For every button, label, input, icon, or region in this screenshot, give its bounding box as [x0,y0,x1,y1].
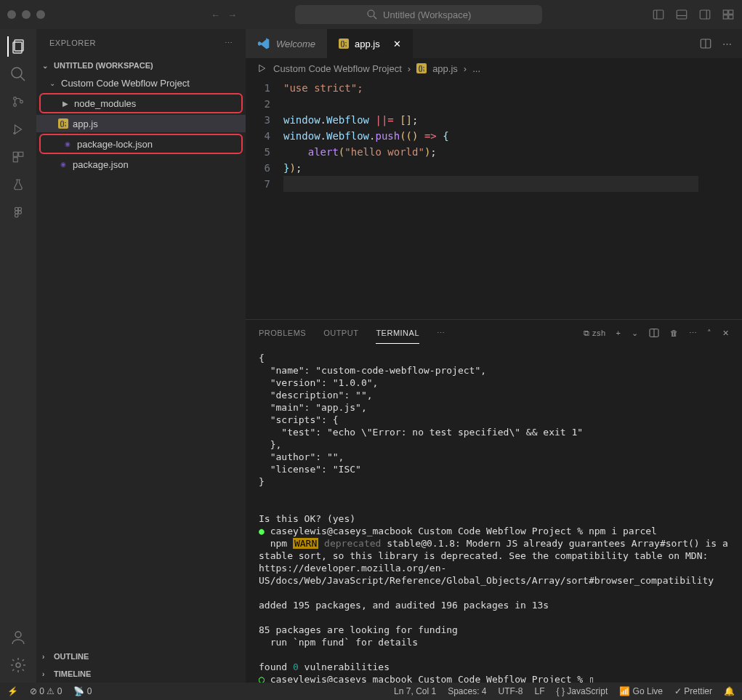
svg-point-13 [20,100,23,103]
project-root[interactable]: ⌄ Custom Code Webflow Project [36,74,246,92]
svg-point-24 [16,663,20,667]
indent-setting[interactable]: Spaces: 4 [448,686,486,696]
errors-count[interactable]: ⊘ 0 ⚠ 0 [30,686,62,696]
svg-rect-15 [13,152,17,156]
svg-point-11 [14,97,17,100]
command-center-search[interactable]: Untitled (Workspace) [295,5,542,24]
panel-more-icon[interactable]: ⋯ [437,329,445,338]
js-file-icon: (); [416,63,427,73]
svg-rect-17 [13,158,17,162]
editor-tabs: Welcome (); app.js ✕ ⋯ [246,29,742,58]
prettier-status[interactable]: ✓ Prettier [674,686,712,696]
breadcrumb: Custom Code Webflow Project › (); app.js… [246,58,742,79]
project-label: Custom Code Webflow Project [61,78,190,89]
split-terminal-dropdown-icon[interactable]: ⌄ [632,329,639,338]
back-arrow-icon[interactable]: ← [211,9,220,20]
tab-terminal[interactable]: TERMINAL [376,323,419,344]
extensions-icon[interactable] [8,147,28,167]
file-app-js[interactable]: (); app.js [36,115,246,132]
panel-right-icon[interactable] [698,8,711,21]
encoding[interactable]: UTF-8 [499,686,523,696]
search-placeholder: Untitled (Workspace) [383,9,471,20]
tab-label: app.js [355,39,380,49]
explorer-sidebar: EXPLORER ⋯ ⌄ UNTITLED (WORKSPACE) ⌄ Cust… [36,29,246,683]
source-control-icon[interactable] [8,92,28,112]
settings-gear-icon[interactable] [8,655,28,675]
new-terminal-icon[interactable]: + [616,329,621,337]
code-editor[interactable]: 1234567 "use strict"; window.Webflow ||=… [246,79,698,319]
layout-icon[interactable] [722,8,735,21]
split-editor-icon[interactable] [699,37,712,50]
panel-bottom-icon[interactable] [675,8,688,21]
cursor-position[interactable]: Ln 7, Col 1 [394,686,436,696]
svg-point-14 [14,132,15,134]
ports-count[interactable]: 📡 0 [73,686,92,696]
js-file-icon: (); [58,118,68,129]
minimize-window-dot[interactable] [22,10,31,19]
chevron-right-icon: › [42,670,49,678]
search-icon [366,8,379,21]
terminal-shell[interactable]: ⧉ zsh [584,329,606,338]
panel-left-icon[interactable] [652,8,665,21]
breadcrumb-project[interactable]: Custom Code Webflow Project [273,63,402,74]
minimap[interactable] [698,79,742,319]
svg-rect-16 [19,152,23,156]
vscode-icon [257,37,270,50]
run-debug-icon[interactable] [8,119,28,140]
search-sidebar-icon[interactable] [8,64,28,84]
file-package-json[interactable]: ◉ package.json [36,156,246,173]
svg-point-20 [15,211,19,214]
tab-welcome[interactable]: Welcome [246,29,327,58]
timeline-label: TIMELINE [54,669,91,678]
svg-point-0 [368,10,374,17]
svg-rect-5 [729,10,733,14]
folder-label: node_modules [74,98,136,109]
explorer-label: EXPLORER [49,39,96,47]
notifications-icon[interactable]: 🔔 [724,686,735,696]
svg-point-19 [18,207,22,211]
language-mode[interactable]: { } JavaScript [557,686,608,696]
svg-rect-4 [723,10,727,14]
maximize-window-dot[interactable] [36,10,45,19]
close-tab-icon[interactable]: ✕ [393,39,401,49]
figma-icon[interactable] [8,202,28,222]
kill-terminal-icon[interactable]: 🗑 [670,329,679,337]
close-window-dot[interactable] [7,10,16,19]
eol[interactable]: LF [535,686,545,696]
testing-icon[interactable] [8,174,28,195]
tab-app-js[interactable]: (); app.js ✕ [327,29,413,58]
svg-rect-1 [653,10,664,19]
breadcrumb-file[interactable]: app.js [432,63,458,74]
panel-overflow-icon[interactable]: ⋯ [689,329,698,338]
json-file-icon: ◉ [58,159,68,169]
tab-output[interactable]: OUTPUT [323,323,358,343]
workspace-header[interactable]: ⌄ UNTITLED (WORKSPACE) [36,57,246,74]
chevron-right-icon: › [42,653,49,661]
forward-arrow-icon[interactable]: → [227,9,237,20]
play-icon[interactable] [256,63,267,74]
go-live[interactable]: 📶 Go Live [619,686,663,696]
explorer-more-icon[interactable]: ⋯ [225,39,233,48]
svg-point-10 [12,68,22,78]
maximize-panel-icon[interactable]: ˄ [707,329,712,338]
svg-point-18 [15,207,19,211]
svg-rect-7 [729,15,733,19]
remote-icon[interactable]: ⚡ [7,686,18,696]
file-package-lock-json[interactable]: ◉ package-lock.json [41,135,241,153]
split-terminal-icon[interactable] [648,327,660,339]
activity-bar [0,29,36,683]
svg-rect-6 [723,15,727,19]
explorer-icon[interactable] [7,36,28,57]
tab-problems[interactable]: PROBLEMS [259,323,306,343]
close-panel-icon[interactable]: ✕ [722,329,730,338]
outline-section[interactable]: › OUTLINE [36,648,246,665]
editor-more-icon[interactable]: ⋯ [722,39,732,49]
breadcrumb-more: ... [472,63,480,74]
folder-node-modules[interactable]: ▶ node_modules [41,94,241,112]
bottom-panel: PROBLEMS OUTPUT TERMINAL ⋯ ⧉ zsh + ⌄ 🗑 ⋯… [246,319,742,683]
account-icon[interactable] [8,627,28,648]
terminal-content[interactable]: { "name": "custom-code-webflow-project",… [246,346,742,683]
tab-label: Welcome [276,39,315,49]
explorer-header: EXPLORER ⋯ [36,29,246,57]
timeline-section[interactable]: › TIMELINE [36,665,246,683]
